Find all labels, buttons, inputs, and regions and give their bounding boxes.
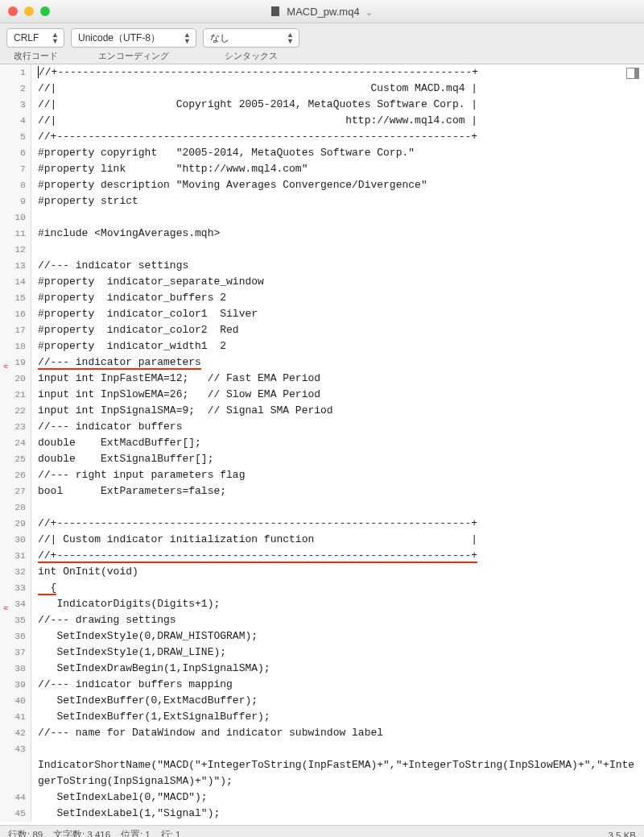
code-line[interactable]: #include <MovingAverages.mqh> bbox=[31, 226, 645, 242]
encoding-select[interactable]: Unicode（UTF-8） ▲▼ bbox=[71, 28, 196, 48]
code-line[interactable]: //| http://www.mql4.com | bbox=[31, 113, 645, 129]
code-line[interactable]: SetIndexLabel(0,"MACD"); bbox=[31, 789, 645, 806]
syntax-select[interactable]: なし ▲▼ bbox=[203, 28, 299, 48]
line-number: 14 bbox=[0, 274, 31, 290]
code-line[interactable]: #property indicator_color1 Silver bbox=[31, 306, 645, 322]
line-number: 13 bbox=[0, 258, 31, 274]
code-line[interactable]: #property strict bbox=[31, 193, 645, 209]
code-line[interactable]: input int InpFastEMA=12; // Fast EMA Per… bbox=[31, 371, 645, 387]
code-line[interactable]: double ExtSignalBuffer[]; bbox=[31, 451, 645, 467]
line-number: 6 bbox=[0, 145, 31, 161]
line-number: 44 bbox=[0, 789, 31, 806]
line-number: 12 bbox=[0, 242, 31, 258]
maximize-icon[interactable] bbox=[40, 6, 50, 16]
window-title-text: MACD_pw.mq4 bbox=[287, 6, 359, 18]
code-line[interactable]: //--- indicator parameters bbox=[31, 354, 645, 371]
code-line[interactable]: #property indicator_separate_window bbox=[31, 274, 645, 290]
status-pos: 位置: 1 bbox=[121, 830, 151, 837]
line-number: 21 bbox=[0, 387, 31, 403]
code-editor[interactable]: 1//+------------------------------------… bbox=[0, 64, 644, 822]
code-line[interactable]: //| Custom indicator initialization func… bbox=[31, 532, 645, 548]
line-number: 29 bbox=[0, 516, 31, 532]
updown-icon: ▲▼ bbox=[287, 31, 294, 44]
code-line[interactable]: SetIndexLabel(1,"Signal"); bbox=[31, 806, 645, 822]
window-title: MACD_pw.mq4 ⌄ bbox=[0, 6, 644, 18]
code-line[interactable]: //+-------------------------------------… bbox=[31, 129, 645, 145]
document-icon bbox=[271, 6, 279, 16]
code-line[interactable]: //--- drawing settings bbox=[31, 612, 645, 628]
code-line[interactable]: { bbox=[31, 580, 645, 596]
code-line[interactable]: //--- indicator buffers mapping bbox=[31, 677, 645, 693]
code-line[interactable]: SetIndexBuffer(1,ExtSignalBuffer); bbox=[31, 709, 645, 725]
line-ending-select[interactable]: CRLF ▲▼ bbox=[6, 28, 64, 48]
line-number: 17 bbox=[0, 322, 31, 338]
code-line[interactable]: //+-------------------------------------… bbox=[31, 516, 645, 532]
code-line[interactable]: #property description "Moving Averages C… bbox=[31, 177, 645, 193]
status-row: 行: 1 bbox=[161, 830, 181, 837]
line-number: 33 bbox=[0, 580, 31, 596]
line-number: 32 bbox=[0, 564, 31, 580]
status-lines: 行数: 89 bbox=[8, 830, 43, 837]
sidebar-toggle-icon[interactable] bbox=[626, 68, 639, 79]
code-line[interactable]: SetIndexStyle(1,DRAW_LINE); bbox=[31, 644, 645, 661]
code-line[interactable]: int OnInit(void) bbox=[31, 564, 645, 580]
editor-window: MACD_pw.mq4 ⌄ CRLF ▲▼ 改行コード Unicode（UTF-… bbox=[0, 0, 644, 837]
code-line[interactable]: //| Copyright 2005-2014, MetaQuotes Soft… bbox=[31, 97, 645, 113]
line-number: 16 bbox=[0, 306, 31, 322]
code-line[interactable]: input int InpSignalSMA=9; // Signal SMA … bbox=[31, 403, 645, 419]
code-line[interactable]: IndicatorDigits(Digits+1); bbox=[31, 596, 645, 612]
line-number: 18 bbox=[0, 338, 31, 354]
line-ending-value: CRLF bbox=[14, 32, 39, 44]
statusbar: 行数: 89 文字数: 3,416 位置: 1 行: 1 3.5 KB bbox=[0, 825, 644, 837]
code-line[interactable]: //--- indicator buffers bbox=[31, 419, 645, 435]
line-number: 27 bbox=[0, 483, 31, 499]
line-number: 24 bbox=[0, 435, 31, 451]
code-line[interactable]: SetIndexBuffer(0,ExtMacdBuffer); bbox=[31, 693, 645, 709]
code-line[interactable]: #property indicator_width1 2 bbox=[31, 338, 645, 354]
line-number: 15 bbox=[0, 290, 31, 306]
updown-icon: ▲▼ bbox=[52, 31, 59, 44]
line-number: 39 bbox=[0, 677, 31, 693]
line-number: 3 bbox=[0, 97, 31, 113]
close-icon[interactable] bbox=[8, 6, 18, 16]
line-number: 5 bbox=[0, 129, 31, 145]
code-line[interactable]: input int InpSlowEMA=26; // Slow EMA Per… bbox=[31, 387, 645, 403]
line-number: 38 bbox=[0, 661, 31, 677]
code-line[interactable]: #property copyright "2005-2014, MetaQuot… bbox=[31, 145, 645, 161]
code-line[interactable]: //+-------------------------------------… bbox=[31, 64, 645, 81]
line-ending-label: 改行コード bbox=[14, 50, 58, 62]
code-line[interactable] bbox=[31, 242, 645, 258]
updown-icon: ▲▼ bbox=[184, 31, 191, 44]
code-line[interactable]: bool ExtParameters=false; bbox=[31, 483, 645, 499]
code-line[interactable]: double ExtMacdBuffer[]; bbox=[31, 435, 645, 451]
line-number: 9 bbox=[0, 193, 31, 209]
line-number: 26 bbox=[0, 467, 31, 483]
code-line[interactable]: #property indicator_buffers 2 bbox=[31, 290, 645, 306]
line-number: 36 bbox=[0, 628, 31, 644]
editor-area[interactable]: 1//+------------------------------------… bbox=[0, 64, 644, 825]
line-number: 37 bbox=[0, 644, 31, 661]
code-line[interactable]: //--- name for DataWindow and indicator … bbox=[31, 725, 645, 741]
code-line[interactable]: IndicatorShortName("MACD("+IntegerToStri… bbox=[31, 741, 645, 789]
line-number: 43 bbox=[0, 741, 31, 789]
status-chars: 文字数: 3,416 bbox=[53, 830, 110, 837]
code-line[interactable]: SetIndexDrawBegin(1,InpSignalSMA); bbox=[31, 661, 645, 677]
line-number: 34 bbox=[0, 596, 31, 612]
code-line[interactable] bbox=[31, 499, 645, 516]
syntax-value: なし bbox=[210, 31, 229, 45]
line-number: 23 bbox=[0, 419, 31, 435]
line-number: 22 bbox=[0, 403, 31, 419]
code-line[interactable] bbox=[31, 209, 645, 226]
line-number: 31 bbox=[0, 548, 31, 564]
code-line[interactable]: #property indicator_color2 Red bbox=[31, 322, 645, 338]
line-number: 45 bbox=[0, 806, 31, 822]
line-number: 30 bbox=[0, 532, 31, 548]
code-line[interactable]: //| Custom MACD.mq4 | bbox=[31, 81, 645, 97]
code-line[interactable]: #property link "http://www.mql4.com" bbox=[31, 161, 645, 177]
code-line[interactable]: SetIndexStyle(0,DRAW_HISTOGRAM); bbox=[31, 628, 645, 644]
minimize-icon[interactable] bbox=[24, 6, 34, 16]
code-line[interactable]: //--- indicator settings bbox=[31, 258, 645, 274]
code-line[interactable]: //--- right input parameters flag bbox=[31, 467, 645, 483]
code-line[interactable]: //+-------------------------------------… bbox=[31, 548, 645, 564]
line-number: 40 bbox=[0, 693, 31, 709]
